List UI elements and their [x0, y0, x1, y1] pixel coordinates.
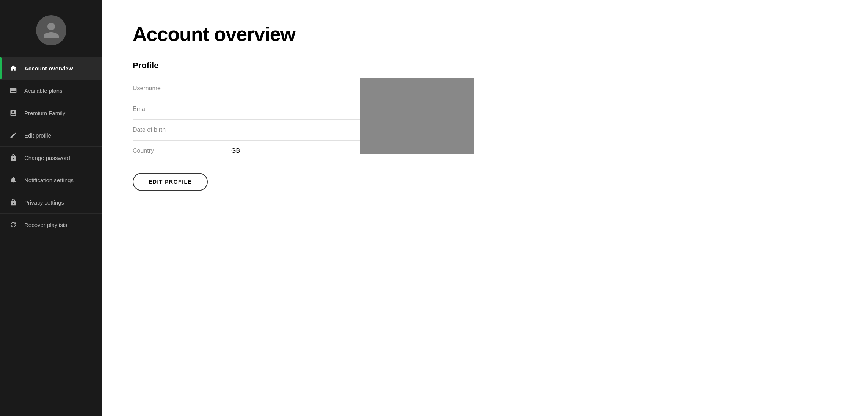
home-icon [9, 64, 17, 72]
sidebar-item-premium-family[interactable]: Premium Family [0, 102, 102, 124]
sidebar-nav: Account overview Available plans Premium… [0, 57, 102, 236]
profile-label-country: Country [133, 147, 231, 154]
avatar-section [0, 0, 102, 57]
bell-icon [9, 176, 17, 184]
card-icon [9, 86, 17, 95]
sidebar-item-change-password[interactable]: Change password [0, 146, 102, 169]
pencil-icon [9, 131, 17, 139]
page-title: Account overview [133, 23, 838, 45]
redacted-overlay [360, 78, 474, 154]
sidebar-item-label: Change password [24, 155, 70, 161]
family-icon [9, 109, 17, 117]
sidebar-item-label: Edit profile [24, 132, 51, 139]
main-content: Account overview Profile Username Email … [102, 0, 868, 416]
profile-section-title: Profile [133, 61, 838, 70]
profile-label-dob: Date of birth [133, 127, 231, 133]
profile-label-username: Username [133, 85, 231, 92]
sidebar-item-label: Premium Family [24, 110, 65, 116]
lock2-icon [9, 198, 17, 206]
sidebar-item-label: Available plans [24, 88, 63, 94]
sidebar: Account overview Available plans Premium… [0, 0, 102, 416]
lock-icon [9, 153, 17, 162]
sidebar-item-privacy-settings[interactable]: Privacy settings [0, 191, 102, 213]
avatar [36, 15, 66, 45]
sidebar-item-available-plans[interactable]: Available plans [0, 79, 102, 102]
sidebar-item-label: Notification settings [24, 177, 74, 183]
sidebar-item-label: Privacy settings [24, 199, 64, 206]
sidebar-item-label: Recover playlists [24, 222, 67, 228]
sidebar-item-account-overview[interactable]: Account overview [0, 57, 102, 79]
refresh-icon [9, 221, 17, 229]
sidebar-item-recover-playlists[interactable]: Recover playlists [0, 213, 102, 236]
edit-profile-button[interactable]: EDIT PROFILE [133, 173, 208, 191]
sidebar-item-notification-settings[interactable]: Notification settings [0, 169, 102, 191]
sidebar-item-edit-profile[interactable]: Edit profile [0, 124, 102, 146]
profile-label-email: Email [133, 106, 231, 113]
sidebar-item-label: Account overview [24, 65, 73, 72]
user-icon [42, 21, 61, 40]
